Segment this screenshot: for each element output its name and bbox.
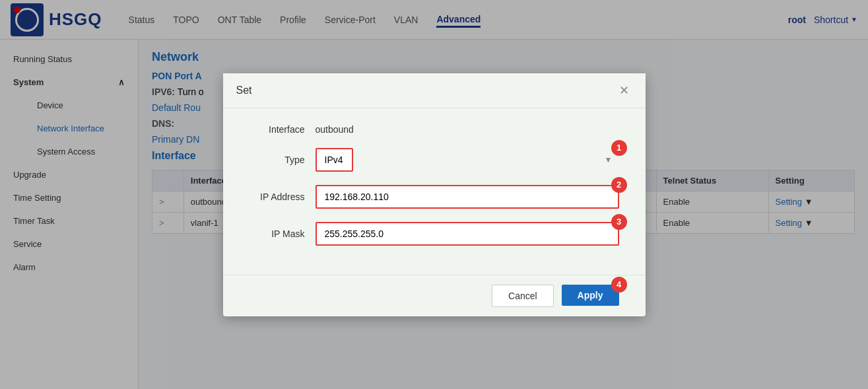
ip-mask-input[interactable] — [316, 222, 619, 246]
form-row-mask: IP Mask 3 — [250, 222, 619, 246]
ip-mask-label: IP Mask — [250, 229, 316, 239]
type-select-wrapper: IPv4 IPv6 ▼ 1 — [316, 148, 619, 172]
form-row-type: Type IPv4 IPv6 ▼ 1 — [250, 148, 619, 172]
interface-value: outbound — [316, 124, 354, 135]
chevron-down-icon: ▼ — [605, 155, 613, 164]
ip-address-wrapper: 2 — [316, 185, 619, 209]
cancel-button[interactable]: Cancel — [492, 285, 554, 307]
modal-footer: Cancel Apply 4 — [223, 275, 646, 316]
ip-address-label: IP Address — [250, 192, 316, 202]
badge-4: 4 — [611, 277, 627, 293]
modal-title: Set — [236, 85, 252, 96]
modal: Set ✕ ForelSP Interface outbound Type IP… — [223, 73, 646, 316]
form-row-interface: Interface outbound — [250, 124, 619, 135]
type-select[interactable]: IPv4 IPv6 — [316, 148, 353, 172]
close-icon[interactable]: ✕ — [617, 83, 632, 98]
badge-1: 1 — [611, 140, 627, 156]
apply-badge-wrapper: Cancel — [492, 285, 554, 307]
ip-mask-wrapper: 3 — [316, 222, 619, 246]
apply-wrapper: Apply 4 — [562, 285, 619, 307]
type-label: Type — [250, 155, 316, 165]
badge-2: 2 — [611, 177, 627, 193]
apply-button[interactable]: Apply — [562, 285, 619, 306]
modal-header: Set ✕ — [223, 73, 646, 108]
modal-overlay: Set ✕ ForelSP Interface outbound Type IP… — [0, 0, 868, 389]
interface-label: Interface — [250, 124, 316, 135]
form-row-ip: IP Address 2 — [250, 185, 619, 209]
badge-3: 3 — [611, 214, 627, 230]
ip-address-input[interactable] — [316, 185, 619, 209]
modal-body: ForelSP Interface outbound Type IPv4 IPv… — [223, 108, 646, 275]
